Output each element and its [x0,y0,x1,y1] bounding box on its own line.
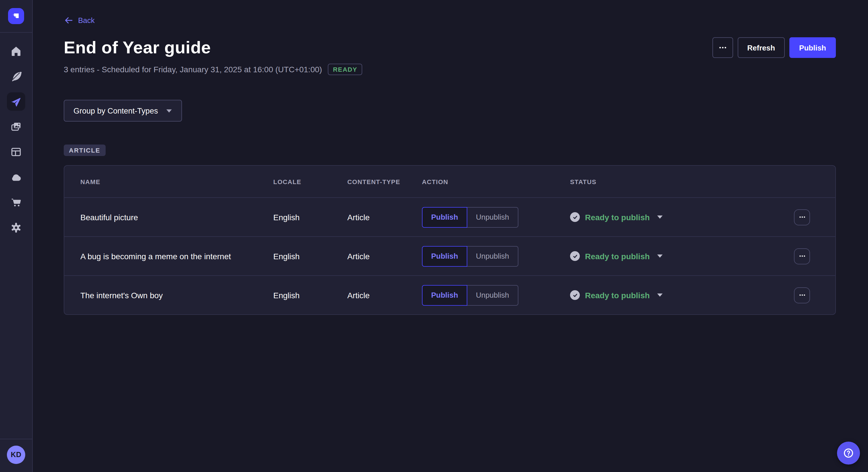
media-library-icon [10,121,22,133]
publish-release-button[interactable]: Publish [789,37,836,58]
entry-content-type: Article [347,251,422,261]
table-row: The internet's Own boy English Article P… [64,275,835,314]
table-row: A bug is becoming a meme on the internet… [64,236,835,275]
release-subtitle: 3 entries - Scheduled for Friday, Januar… [64,65,322,74]
more-horizontal-icon [798,252,806,260]
back-link[interactable]: Back [64,15,95,25]
entry-name: A bug is becoming a meme on the internet [81,251,273,261]
sidebar-item-home[interactable] [3,38,29,64]
help-button[interactable] [837,442,860,465]
entry-unpublish-button[interactable]: Unpublish [467,207,518,227]
sidebar-item-deploy[interactable] [3,165,29,190]
entry-content-type: Article [347,291,422,300]
settings-icon [10,222,22,233]
column-header-name: NAME [81,178,273,185]
column-header-action: ACTION [422,178,570,185]
title-row: End of Year guide Refresh Publish [64,37,836,58]
entry-publish-button[interactable]: Publish [422,285,467,305]
question-circle-icon [843,447,854,459]
entry-more-button[interactable] [794,287,810,303]
column-header-status: STATUS [570,178,794,185]
sidebar-footer: KD [0,439,32,472]
content-type-builder-icon [10,146,22,158]
chevron-down-icon [166,109,172,113]
sidebar-nav [0,33,32,240]
app-window: KD Back End of Year guide Refresh P [0,0,868,472]
table-body: Beautiful picture English Article Publis… [64,197,835,314]
sidebar-divider [0,439,32,439]
entry-publish-button[interactable]: Publish [422,246,467,266]
header-actions: Refresh Publish [712,37,836,58]
entry-action-group: Publish Unpublish [422,246,570,266]
entry-content-type: Article [347,212,422,222]
entry-name: Beautiful picture [81,212,273,222]
entry-action-group: Publish Unpublish [422,207,570,227]
active-nav-highlight [7,92,25,111]
refresh-button[interactable]: Refresh [737,37,785,58]
column-header-content-type: CONTENT-TYPE [347,178,422,185]
sidebar-item-marketplace[interactable] [3,190,29,215]
table-header-row: NAME LOCALE CONTENT-TYPE ACTION STATUS [64,166,835,197]
release-more-button[interactable] [712,37,733,58]
entry-unpublish-button[interactable]: Unpublish [467,285,518,305]
entry-status-dropdown[interactable]: Ready to publish [570,251,794,261]
chevron-down-icon [657,293,663,297]
sidebar-item-releases[interactable] [3,89,29,114]
table-row: Beautiful picture English Article Publis… [64,197,835,236]
back-row: Back [64,0,836,28]
sidebar-item-content-type-builder[interactable] [3,139,29,165]
entry-action-group: Publish Unpublish [422,285,570,305]
content-manager-icon [10,71,22,82]
entry-more-button[interactable] [794,248,810,264]
entry-locale: English [273,212,347,222]
entry-status-dropdown[interactable]: Ready to publish [570,212,794,222]
entries-table-card: NAME LOCALE CONTENT-TYPE ACTION STATUS B… [64,165,836,315]
check-circle-icon [570,251,580,261]
entry-more-button[interactable] [794,209,810,225]
check-circle-icon [570,290,580,300]
marketplace-icon [10,197,22,208]
sidebar: KD [0,0,33,472]
entry-status-dropdown[interactable]: Ready to publish [570,290,794,300]
more-horizontal-icon [798,213,806,221]
entry-locale: English [273,291,347,300]
check-circle-icon [570,212,580,222]
chevron-down-icon [657,215,663,219]
content-type-group-badge: ARTICLE [64,144,105,156]
entry-name: The internet's Own boy [81,291,273,300]
cloud-icon [10,171,22,183]
page-title: End of Year guide [64,38,211,57]
main-content: Back End of Year guide Refresh Publish 3… [33,0,868,472]
entry-unpublish-button[interactable]: Unpublish [467,246,518,266]
column-header-locale: LOCALE [273,178,347,185]
releases-icon [11,96,21,107]
logo-section [0,0,32,33]
arrow-left-icon [64,15,73,25]
user-avatar[interactable]: KD [7,446,25,464]
ready-status-badge: READY [328,64,363,75]
back-label: Back [78,16,95,25]
sidebar-item-media-library[interactable] [3,114,29,139]
chevron-down-icon [657,254,663,258]
more-horizontal-icon [718,43,727,52]
more-horizontal-icon [798,291,806,299]
sidebar-item-settings[interactable] [3,215,29,240]
sidebar-item-content-manager[interactable] [3,64,29,89]
entry-locale: English [273,251,347,261]
entry-status-label: Ready to publish [585,251,650,261]
subtitle-row: 3 entries - Scheduled for Friday, Januar… [64,64,836,75]
toolbar: Group by Content-Types [64,100,836,122]
strapi-logo-icon [11,11,21,21]
strapi-logo[interactable] [8,8,24,24]
home-icon [10,45,22,57]
entry-publish-button[interactable]: Publish [422,207,467,227]
group-by-label: Group by Content-Types [73,106,158,115]
entry-status-label: Ready to publish [585,212,650,222]
group-by-select[interactable]: Group by Content-Types [64,100,182,122]
entry-status-label: Ready to publish [585,291,650,300]
